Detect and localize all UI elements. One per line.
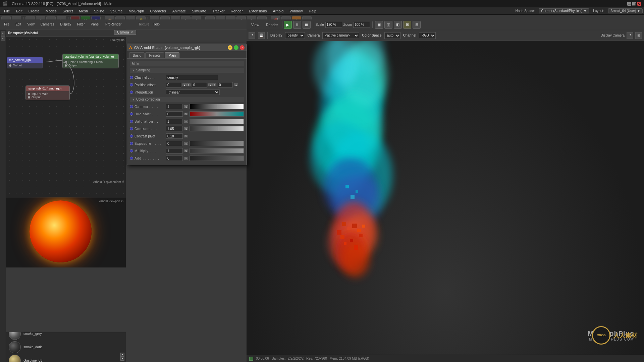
display-camera-btn1[interactable]: ↺ [627, 32, 633, 39]
pos-z-input[interactable] [218, 82, 233, 87]
zoom-input[interactable] [353, 22, 370, 28]
cp-spinner[interactable]: ⇅ [184, 135, 188, 137]
render-reset-btn[interactable]: ↺ [249, 32, 255, 39]
color-space-select[interactable]: auto [384, 32, 400, 39]
sat-spinner[interactable]: ⇅ [184, 120, 188, 123]
vs-btn-1[interactable]: ▸ [1, 31, 5, 36]
menu-mograph[interactable]: MoGraph [126, 8, 147, 14]
dialog-maximize[interactable]: □ [234, 45, 238, 50]
dialog-close[interactable]: × [240, 45, 245, 50]
hue-radio[interactable] [130, 112, 133, 116]
mat-scroll-up[interactable]: ▲ [120, 353, 124, 357]
menu-arnold[interactable]: Arnold [270, 8, 286, 14]
exp-bar[interactable] [190, 141, 244, 146]
vs-btn-2[interactable]: ▸ [1, 36, 5, 41]
lt-prorender[interactable]: ProRender [103, 22, 124, 27]
render-play-btn[interactable]: ▶ [284, 21, 292, 29]
display-camera-btn2[interactable]: ⊞ [635, 32, 642, 39]
menu-render[interactable]: Render [228, 8, 246, 14]
tab-presets[interactable]: Presets [145, 52, 164, 58]
menu-mesh[interactable]: Mesh [76, 8, 91, 14]
pos-y-down[interactable]: ▼ [212, 83, 216, 86]
menu-file[interactable]: File [1, 8, 13, 14]
menu-spline[interactable]: Spline [91, 8, 107, 14]
add-bar[interactable] [190, 156, 244, 161]
add-spinner[interactable]: ⇅ [184, 157, 188, 160]
lt-edit[interactable]: Edit [13, 22, 24, 27]
menu-select[interactable]: Select [60, 8, 76, 14]
render-render-menu[interactable]: Render [263, 22, 281, 27]
menu-character[interactable]: Character [147, 8, 169, 14]
add-radio[interactable] [130, 157, 133, 160]
lt-display[interactable]: Display [57, 22, 74, 27]
mul-radio[interactable] [130, 149, 133, 153]
pos-y-up[interactable]: ▲ [208, 83, 212, 86]
lt-help[interactable]: Help [150, 22, 162, 27]
contrast-bar[interactable] [190, 126, 244, 131]
gamma-bar[interactable] [190, 104, 244, 109]
layout-value[interactable]: Arnold_04 (User) ▼ [608, 8, 643, 13]
render-icon-2[interactable]: ◫ [384, 21, 392, 29]
mul-bar[interactable] [190, 148, 244, 154]
sat-input[interactable] [166, 119, 183, 124]
mul-spinner[interactable]: ⇅ [184, 149, 188, 152]
menu-tracker[interactable]: Tracker [210, 8, 227, 14]
dialog-minimize[interactable]: ─ [228, 45, 232, 50]
exp-radio[interactable] [130, 142, 133, 145]
mat-thumb-smoke-grey[interactable] [9, 332, 21, 340]
lt-view[interactable]: View [24, 22, 37, 27]
node-volume-sample[interactable]: me_sample_rgb Output [7, 57, 43, 68]
lt-panel[interactable]: Panel [88, 22, 102, 27]
sat-radio[interactable] [130, 120, 133, 123]
menu-volume[interactable]: Volume [108, 8, 125, 14]
mat-thumb-smoke-dark[interactable] [9, 341, 21, 353]
camera-pill-x[interactable]: ✕ [130, 31, 133, 34]
scale-input[interactable] [325, 22, 342, 28]
exp-input[interactable] [166, 141, 183, 146]
menu-simulate[interactable]: Simulate [189, 8, 209, 14]
render-icon-3[interactable]: ◧ [394, 21, 402, 29]
menu-help[interactable]: Help [306, 8, 319, 14]
render-icon-4[interactable]: ⊞ [403, 21, 411, 29]
contrast-input[interactable] [166, 126, 183, 131]
node-ramp-rgb[interactable]: ramp_rgb_01 (ramp_rgb) Input < Main Outp… [25, 85, 70, 100]
hue-input[interactable] [166, 111, 183, 117]
mat-thumb-gasoline[interactable] [9, 355, 21, 362]
add-input[interactable] [166, 156, 183, 161]
gamma-spinner[interactable]: ⇅ [184, 105, 188, 108]
pos-x-input[interactable] [166, 82, 181, 87]
gamma-radio[interactable] [130, 105, 133, 108]
channel-input[interactable] [166, 75, 218, 80]
pos-x-down[interactable]: ▼ [186, 83, 191, 86]
menu-animate[interactable]: Animate [170, 8, 189, 14]
cp-radio[interactable] [130, 134, 133, 138]
tab-main[interactable]: Main [165, 52, 179, 58]
exp-spinner[interactable]: ⇅ [184, 142, 188, 145]
sat-bar[interactable] [190, 119, 244, 124]
menu-window[interactable]: Window [287, 8, 305, 14]
hue-bar[interactable] [190, 111, 244, 117]
mul-input[interactable] [166, 148, 183, 154]
mat-scroll-down[interactable]: ▼ [120, 357, 124, 361]
display-select[interactable]: beauty [285, 32, 305, 39]
pos-x-up[interactable]: ▲ [182, 83, 186, 86]
contrast-spinner[interactable]: ⇅ [184, 127, 188, 130]
node-standard-volume[interactable]: standard_volume (standard_volume) Color … [62, 54, 119, 68]
pos-z-up[interactable]: ▲ [234, 83, 238, 86]
menu-extensions[interactable]: Extensions [246, 8, 270, 14]
nodespace-value[interactable]: Current (Standard/Physical) ▼ [539, 8, 589, 13]
menu-edit[interactable]: Edit [13, 8, 25, 14]
render-view-menu[interactable]: View [249, 22, 262, 27]
pos-y-input[interactable] [192, 82, 207, 87]
section-color-header[interactable]: ▼ Color correction [130, 97, 244, 102]
section-sampling-header[interactable]: ▼ Sampling [130, 68, 244, 73]
cp-input[interactable] [166, 133, 183, 139]
tab-basic[interactable]: Basic [129, 52, 145, 58]
render-pause-btn[interactable]: ⏸ [293, 21, 301, 29]
channel-radio[interactable] [130, 76, 133, 79]
gamma-input[interactable] [166, 104, 183, 109]
lt-cameras[interactable]: Cameras [38, 22, 57, 27]
interp-radio[interactable] [130, 90, 133, 94]
camera-select[interactable]: <active camera> [322, 32, 359, 39]
lt-file[interactable]: File [1, 22, 12, 27]
